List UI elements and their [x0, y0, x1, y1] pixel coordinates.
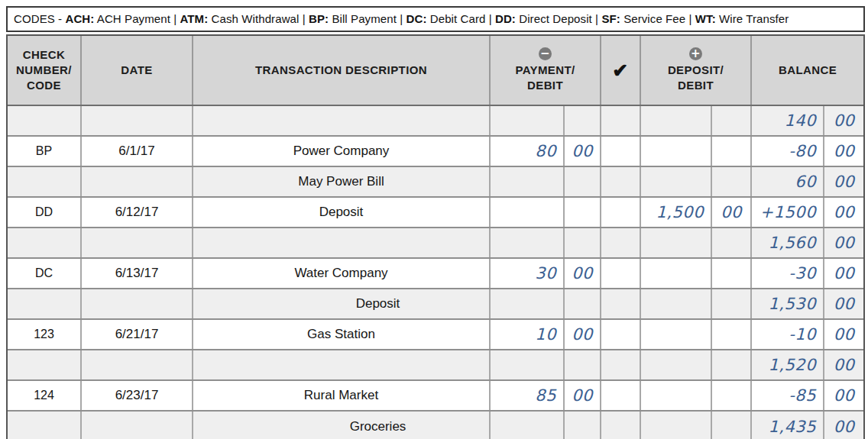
- table-row: Deposit1,53000: [8, 289, 863, 320]
- code-abbreviation: DD:: [495, 12, 516, 25]
- cell-deposit-dollars: [641, 167, 712, 196]
- table-row: 1236/21/17Gas Station1000-1000: [8, 320, 863, 350]
- table-row: Groceries1,43500: [8, 412, 863, 439]
- cell-payment-cents: [565, 350, 601, 379]
- table-body: 14000BP6/1/17Power Company8000-8000May P…: [8, 106, 863, 439]
- code-abbreviation: ATM:: [180, 12, 209, 25]
- cell-description: Rural Market: [193, 381, 491, 410]
- cell-deposit-cents: 00: [712, 198, 752, 227]
- cell-balance-dollars: 1,530: [752, 289, 824, 318]
- cell-deposit-cents: [712, 167, 752, 196]
- cell-balance-cents: 00: [824, 106, 863, 135]
- cell-check: [601, 350, 641, 379]
- cell-balance-dollars: 140: [752, 106, 824, 135]
- cell-description: May Power Bill: [193, 167, 491, 196]
- cell-code: [8, 167, 82, 196]
- cell-code: [8, 350, 82, 379]
- cell-payment-dollars: [491, 198, 565, 227]
- cell-code: 124: [8, 381, 82, 410]
- register-table: CHECK NUMBER/ CODE DATE TRANSACTION DESC…: [6, 34, 865, 439]
- cell-description: Groceries: [193, 412, 491, 439]
- cell-balance-cents: 00: [824, 137, 863, 166]
- cell-description: Deposit: [193, 289, 491, 318]
- code-abbreviation: ACH:: [65, 12, 94, 25]
- cell-payment-dollars: 85: [491, 381, 565, 410]
- cell-code: 123: [8, 320, 82, 349]
- cell-payment-cents: [565, 289, 601, 318]
- cell-payment-cents: [565, 106, 601, 135]
- cell-payment-dollars: [491, 289, 565, 318]
- cell-deposit-dollars: 1,500: [641, 198, 712, 227]
- cell-date: 6/12/17: [82, 198, 193, 227]
- cell-balance-dollars: 1,520: [752, 350, 824, 379]
- header-check-number-code: CHECK NUMBER/ CODE: [8, 36, 82, 105]
- cell-payment-dollars: 80: [491, 137, 565, 166]
- cell-date: [82, 167, 193, 196]
- cell-payment-dollars: [491, 228, 565, 257]
- cell-deposit-dollars: [641, 228, 712, 257]
- header-deposit-debit: + DEPOSIT/ DEBIT: [641, 36, 752, 105]
- table-row: DD6/12/17Deposit1,50000+150000: [8, 198, 863, 228]
- header-check-column: ✔: [601, 36, 641, 105]
- cell-deposit-cents: [712, 381, 752, 410]
- cell-check: [601, 167, 641, 196]
- table-row: 1246/23/17Rural Market8500-8500: [8, 381, 863, 412]
- table-header: CHECK NUMBER/ CODE DATE TRANSACTION DESC…: [8, 36, 863, 106]
- table-row: 1,56000: [8, 228, 863, 259]
- cell-check: [601, 412, 641, 439]
- code-abbreviation: SF:: [601, 12, 620, 25]
- cell-description: [193, 106, 491, 135]
- cell-deposit-cents: [712, 320, 752, 349]
- cell-deposit-cents: [712, 289, 752, 318]
- cell-description: [193, 350, 491, 379]
- cell-check: [601, 106, 641, 135]
- cell-code: [8, 106, 82, 135]
- cell-deposit-cents: [712, 350, 752, 379]
- cell-payment-dollars: [491, 350, 565, 379]
- cell-check: [601, 137, 641, 166]
- code-abbreviation: DC:: [406, 12, 427, 25]
- plus-circle-icon: +: [689, 47, 702, 60]
- header-payment-debit: − PAYMENT/ DEBIT: [491, 36, 601, 105]
- header-balance: BALANCE: [752, 36, 863, 105]
- cell-balance-cents: 00: [824, 289, 863, 318]
- cell-balance-dollars: 1,560: [752, 228, 824, 257]
- cell-payment-cents: 00: [565, 137, 601, 166]
- cell-payment-cents: [565, 167, 601, 196]
- cell-code: [8, 228, 82, 257]
- codes-legend: CODES - ACH: ACH Payment | ATM: Cash Wit…: [6, 6, 865, 32]
- code-abbreviation: WT:: [695, 12, 716, 25]
- checkmark-icon: ✔: [612, 61, 628, 80]
- header-transaction-description: TRANSACTION DESCRIPTION: [193, 36, 491, 105]
- header-date: DATE: [82, 36, 193, 105]
- header-deposit-label: DEPOSIT/ DEBIT: [668, 63, 724, 94]
- cell-balance-cents: 00: [824, 381, 863, 410]
- cell-code: DD: [8, 198, 82, 227]
- cell-deposit-dollars: [641, 137, 712, 166]
- table-row: 14000: [8, 106, 863, 137]
- cell-payment-dollars: [491, 412, 565, 439]
- cell-deposit-dollars: [641, 259, 712, 288]
- cell-balance-cents: 00: [824, 350, 863, 379]
- cell-deposit-dollars: [641, 412, 712, 439]
- cell-deposit-dollars: [641, 320, 712, 349]
- cell-balance-dollars: 1,435: [752, 412, 824, 439]
- cell-balance-cents: 00: [824, 167, 863, 196]
- table-row: DC6/13/17Water Company3000-3000: [8, 259, 863, 289]
- cell-balance-dollars: +1500: [752, 198, 824, 227]
- cell-date: 6/1/17: [82, 137, 193, 166]
- cell-payment-cents: [565, 412, 601, 439]
- cell-payment-cents: 00: [565, 259, 601, 288]
- cell-description: Water Company: [193, 259, 491, 288]
- cell-payment-dollars: [491, 106, 565, 135]
- cell-date: [82, 289, 193, 318]
- cell-payment-dollars: 10: [491, 320, 565, 349]
- codes-legend-text: CODES - ACH: ACH Payment | ATM: Cash Wit…: [14, 12, 789, 25]
- cell-date: [82, 106, 193, 135]
- cell-date: [82, 228, 193, 257]
- cell-date: [82, 412, 193, 439]
- cell-code: DC: [8, 259, 82, 288]
- cell-payment-cents: 00: [565, 320, 601, 349]
- cell-deposit-cents: [712, 106, 752, 135]
- cell-deposit-cents: [712, 259, 752, 288]
